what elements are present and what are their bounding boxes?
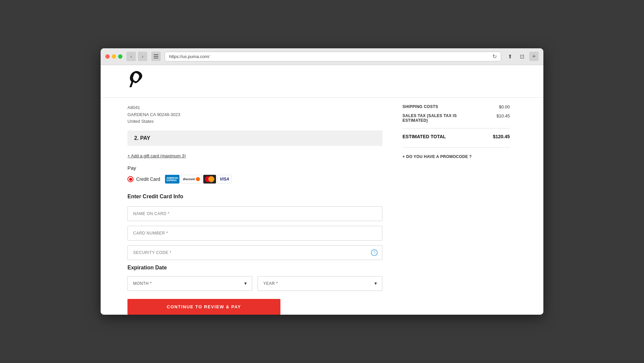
svg-rect-0 — [154, 54, 158, 55]
back-button[interactable]: ‹ — [126, 52, 136, 61]
credit-card-option[interactable]: Credit Card — [127, 176, 160, 182]
checkout-main: A8041 GARDENA CA 90248-3023 United State… — [127, 98, 382, 315]
forward-button[interactable]: › — [138, 52, 147, 61]
maximize-button[interactable] — [118, 54, 122, 59]
address-line2: GARDENA CA 90248-3023 — [127, 111, 382, 118]
pay-section-title: 2. PAY — [134, 135, 150, 141]
shipping-label: SHIPPING COSTS — [402, 104, 438, 109]
reload-icon[interactable]: ↻ — [492, 53, 497, 60]
close-button[interactable] — [105, 54, 110, 59]
tax-value: $10.45 — [496, 113, 510, 118]
credit-card-radio[interactable] — [127, 176, 133, 182]
sidebar-divider — [402, 128, 510, 128]
tax-label: SALES TAX (SALES TAX IS ESTIMATED) — [402, 113, 463, 123]
new-tab-button[interactable]: + — [529, 52, 539, 61]
security-code-field: ? — [127, 245, 382, 260]
pay-label: Pay — [127, 165, 382, 171]
radio-inner — [129, 178, 132, 181]
total-value: $120.45 — [493, 134, 510, 139]
card-number-field — [127, 226, 382, 241]
traffic-lights — [105, 54, 122, 59]
share-icon[interactable]: ⬆ — [505, 52, 515, 61]
promo-code-link[interactable]: + DO YOU HAVE A PROMOCODE ? — [402, 147, 510, 159]
pay-section-header: 2. PAY — [127, 131, 382, 146]
checkout-layout: A8041 GARDENA CA 90248-3023 United State… — [101, 98, 543, 315]
month-select[interactable]: MONTH * 01 02 03 04 05 06 07 08 09 10 11 — [127, 276, 252, 291]
site-header — [101, 65, 543, 98]
page-content: A8041 GARDENA CA 90248-3023 United State… — [101, 65, 543, 315]
tax-cost-row: SALES TAX (SALES TAX IS ESTIMATED) $10.4… — [402, 113, 510, 123]
svg-rect-2 — [154, 58, 158, 58]
shipping-cost-row: SHIPPING COSTS $0.00 — [402, 104, 510, 109]
amex-icon: AMERICANEXPRESS — [165, 175, 180, 184]
svg-rect-1 — [154, 56, 158, 57]
security-code-help-icon[interactable]: ? — [371, 249, 378, 256]
card-number-input[interactable] — [127, 226, 382, 241]
month-select-wrapper: MONTH * 01 02 03 04 05 06 07 08 09 10 11 — [127, 276, 252, 291]
security-code-input[interactable] — [127, 245, 382, 260]
year-select-wrapper: YEAR * 2024 2025 2026 2027 2028 2029 203… — [258, 276, 382, 291]
address-info: A8041 GARDENA CA 90248-3023 United State… — [127, 104, 382, 131]
card-icons: AMERICANEXPRESS discover VISA — [165, 175, 232, 184]
bookmark-icon[interactable]: ⊡ — [517, 52, 527, 61]
mastercard-icon — [203, 175, 216, 184]
browser-nav: ‹ › — [126, 52, 147, 61]
sidebar-toggle[interactable] — [151, 52, 161, 61]
minimize-button[interactable] — [112, 54, 116, 59]
credit-card-label: Credit Card — [136, 176, 160, 182]
expiration-row: MONTH * 01 02 03 04 05 06 07 08 09 10 11 — [127, 276, 382, 291]
continue-button[interactable]: CONTINUE TO REVIEW & PAY — [127, 299, 280, 315]
total-label: ESTIMATED TOTAL — [402, 134, 446, 139]
gift-card-link[interactable]: + Add a gift card (maximum 3) — [127, 153, 186, 158]
form-section-title: Enter Credit Card Info — [127, 194, 382, 200]
browser-chrome: ‹ › https://us.puma.com/ ↻ ⬆ ⊡ + — [101, 48, 543, 65]
address-line3: United States — [127, 118, 382, 125]
year-select[interactable]: YEAR * 2024 2025 2026 2027 2028 2029 203… — [258, 276, 382, 291]
shipping-value: $0.00 — [499, 104, 510, 109]
url-text: https://us.puma.com/ — [169, 54, 210, 59]
name-on-card-field — [127, 206, 382, 221]
payment-options: Credit Card AMERICANEXPRESS discover — [127, 175, 382, 184]
discover-icon: discover — [181, 175, 202, 184]
estimated-total-row: ESTIMATED TOTAL $120.45 — [402, 134, 510, 139]
puma-logo — [127, 70, 144, 92]
browser-window: ‹ › https://us.puma.com/ ↻ ⬆ ⊡ + — [101, 48, 543, 315]
browser-actions: ⬆ ⊡ + — [505, 52, 539, 61]
address-line1: A8041 — [127, 104, 382, 111]
address-bar[interactable]: https://us.puma.com/ ↻ — [165, 52, 501, 61]
checkout-sidebar: SHIPPING COSTS $0.00 SALES TAX (SALES TA… — [402, 98, 510, 315]
expiration-title: Expiration Date — [127, 265, 382, 271]
security-code-wrapper: ? — [127, 245, 382, 260]
visa-icon: VISA — [217, 175, 231, 184]
name-on-card-input[interactable] — [127, 206, 382, 221]
